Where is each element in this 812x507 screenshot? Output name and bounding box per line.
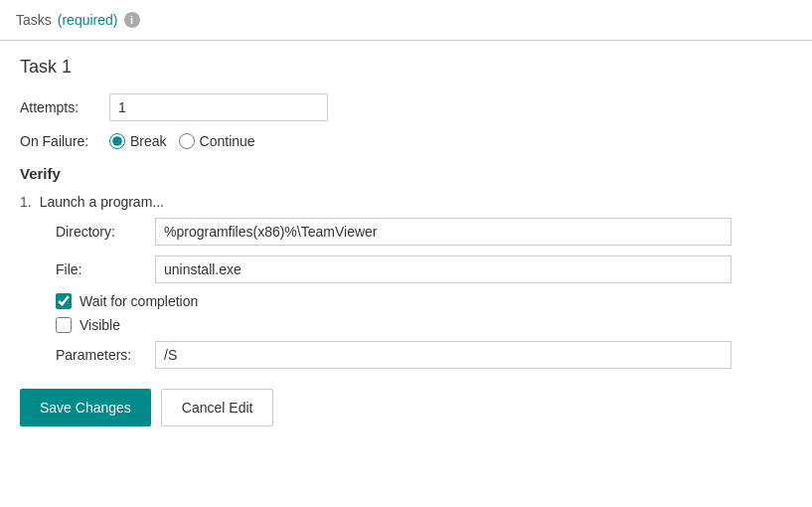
wait-completion-label: Wait for completion — [80, 293, 198, 309]
required-badge: (required) — [58, 12, 118, 28]
continue-radio[interactable] — [179, 133, 195, 149]
on-failure-row: On Failure: Break Continue — [20, 133, 792, 149]
file-label: File: — [56, 261, 155, 277]
verify-item: 1. Launch a program... — [20, 192, 792, 210]
info-icon[interactable]: i — [124, 12, 140, 28]
directory-row: Directory: — [56, 218, 792, 246]
file-input[interactable] — [155, 255, 731, 283]
attempts-label: Attempts: — [20, 99, 109, 115]
attempts-input[interactable] — [109, 93, 328, 121]
continue-label: Continue — [200, 133, 255, 149]
parameters-label: Parameters: — [56, 347, 155, 363]
visible-label: Visible — [80, 317, 120, 333]
wait-completion-checkbox[interactable] — [56, 293, 72, 309]
visible-row: Visible — [56, 317, 792, 333]
cancel-button[interactable]: Cancel Edit — [161, 389, 274, 426]
button-row: Save Changes Cancel Edit — [20, 389, 792, 426]
file-row: File: — [56, 255, 792, 283]
verify-section-title: Verify — [20, 165, 792, 182]
break-option[interactable]: Break — [109, 133, 167, 149]
verify-item-label: Launch a program... — [40, 192, 164, 210]
verify-fields: Directory: File: Wait for completion Vis… — [56, 218, 792, 369]
page-title: Tasks — [16, 12, 52, 28]
wait-completion-row: Wait for completion — [56, 293, 792, 309]
on-failure-label: On Failure: — [20, 133, 109, 149]
directory-label: Directory: — [56, 224, 155, 240]
break-radio[interactable] — [109, 133, 125, 149]
failure-radio-group: Break Continue — [109, 133, 255, 149]
break-label: Break — [130, 133, 167, 149]
parameters-input[interactable] — [155, 341, 731, 369]
attempts-row: Attempts: — [20, 93, 792, 121]
content-area: Task 1 Attempts: On Failure: Break Conti… — [0, 41, 812, 442]
task-title: Task 1 — [20, 57, 792, 78]
page-header: Tasks (required) i — [0, 0, 812, 41]
verify-item-number: 1. — [20, 192, 32, 210]
visible-checkbox[interactable] — [56, 317, 72, 333]
save-button[interactable]: Save Changes — [20, 389, 151, 426]
directory-input[interactable] — [155, 218, 731, 246]
parameters-row: Parameters: — [56, 341, 792, 369]
continue-option[interactable]: Continue — [179, 133, 255, 149]
